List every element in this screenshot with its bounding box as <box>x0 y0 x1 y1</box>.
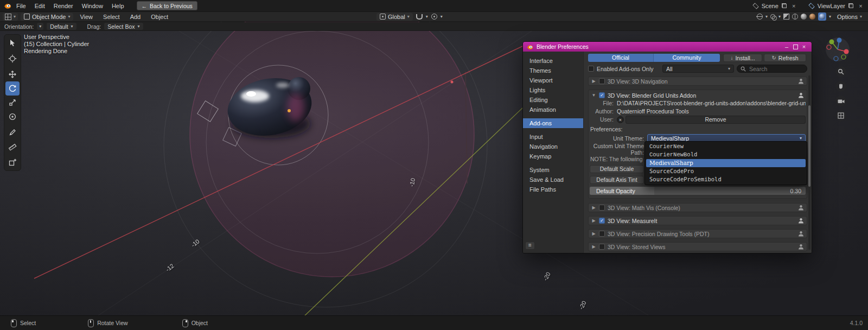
enabled-only-checkbox[interactable] <box>588 66 594 72</box>
unlink-scene-button[interactable]: × <box>790 2 798 10</box>
addon-enable-checkbox[interactable] <box>599 244 605 250</box>
falloff-dropdown[interactable]: ▾ <box>441 14 443 19</box>
toggle-xray-icon[interactable] <box>783 14 789 20</box>
mode-select[interactable]: Object Mode ▾ <box>21 13 73 21</box>
unlink-icon[interactable]: × <box>617 116 624 123</box>
addon-enable-checkbox[interactable]: ✓ <box>599 218 605 224</box>
shading-solid-icon[interactable] <box>801 14 807 20</box>
tool-rotate[interactable] <box>5 81 20 96</box>
viewlayer-selector[interactable]: ViewLayer × <box>808 2 865 10</box>
menu-view[interactable]: View <box>76 12 97 21</box>
default-opacity-slider[interactable]: Default Opacity 0.30 <box>590 187 806 195</box>
addon-enable-checkbox[interactable]: ✓ <box>599 92 605 98</box>
expand-arrow-icon[interactable]: ▶ <box>591 218 596 223</box>
sidebar-item-viewport[interactable]: Viewport <box>523 75 583 85</box>
show-gizmos-icon[interactable] <box>757 14 763 20</box>
addon-search-box[interactable] <box>737 65 807 73</box>
addon-row-measureit[interactable]: ▶ ✓ 3D View: MeasureIt <box>588 216 807 225</box>
search-input[interactable] <box>748 65 803 73</box>
viewlayer-name[interactable]: ViewLayer <box>818 3 845 9</box>
category-filter-select[interactable]: All ▾ <box>662 65 734 73</box>
back-to-previous-button[interactable]: ← Back to Previous <box>137 1 197 10</box>
tool-cursor[interactable] <box>5 52 20 66</box>
dropdown-option-couriernew[interactable]: CourierNew <box>646 143 806 151</box>
default-scale-button[interactable]: Default Scale <box>590 165 644 173</box>
show-overlays-icon[interactable] <box>770 14 776 20</box>
tool-move[interactable] <box>5 67 20 81</box>
view-axis-gizmo[interactable] <box>825 37 850 63</box>
sidebar-item-file-paths[interactable]: File Paths <box>523 185 583 194</box>
camera-view-icon[interactable] <box>835 96 846 106</box>
addon-enable-checkbox[interactable] <box>599 205 605 211</box>
addons-scrollbar[interactable] <box>808 75 810 250</box>
sidebar-item-themes[interactable]: Themes <box>523 66 583 75</box>
pan-hand-icon[interactable] <box>835 81 846 92</box>
dropdown-option-medievalsharp[interactable]: MedievalSharp <box>646 159 806 167</box>
options-menu[interactable]: Options ▾ <box>834 13 865 21</box>
default-axis-tint-button[interactable]: Default Axis Tint <box>590 176 644 184</box>
preferences-titlebar[interactable]: Blender Preferences – × <box>523 42 812 52</box>
menu-select[interactable]: Select <box>99 12 124 21</box>
addon-header[interactable]: ▼ ✓ 3D View: Blender Grid Units Addon <box>590 91 806 99</box>
menu-add[interactable]: Add <box>126 12 145 21</box>
tool-select-box[interactable] <box>5 36 20 50</box>
transform-orientation-select[interactable]: Global ▾ <box>376 13 413 21</box>
addon-row-3d-navigation[interactable]: ▶ 3D View: 3D Navigation <box>588 77 807 86</box>
tab-official[interactable]: Official <box>588 54 654 62</box>
sidebar-item-animation[interactable]: Animation <box>523 105 583 115</box>
tool-measure[interactable] <box>5 139 20 154</box>
sidebar-item-lights[interactable]: Lights <box>523 85 583 95</box>
remove-addon-button[interactable]: Remove <box>626 116 806 124</box>
tab-community[interactable]: Community <box>654 54 720 62</box>
shading-rendered-active[interactable] <box>818 12 826 21</box>
editor-type-button[interactable]: ▾ <box>3 13 18 21</box>
dropdown-option-sourcecodeprosemibold[interactable]: SourceCodeProSemibold <box>646 175 806 183</box>
addon-enable-checkbox[interactable] <box>599 78 605 84</box>
expand-arrow-icon[interactable]: ▶ <box>591 79 596 84</box>
editor-menu-button[interactable]: ≡ <box>525 242 535 250</box>
expand-arrow-icon[interactable]: ▶ <box>591 244 596 249</box>
addon-enable-checkbox[interactable] <box>599 231 605 237</box>
addon-row-pdt[interactable]: ▶ 3D View: Precision Drawing Tools (PDT) <box>588 229 807 238</box>
shading-dropdown[interactable]: ▾ <box>829 14 831 19</box>
orientation-select[interactable]: Default ▾ <box>47 23 76 30</box>
blender-logo-icon[interactable] <box>3 2 11 10</box>
tool-scale[interactable] <box>5 96 20 110</box>
addon-row-math-vis[interactable]: ▶ 3D View: Math Vis (Console) <box>588 203 807 212</box>
menu-edit[interactable]: Edit <box>31 2 49 10</box>
proportional-editing-icon[interactable] <box>431 14 437 20</box>
sidebar-item-editing[interactable]: Editing <box>523 95 583 105</box>
dropdown-option-couriernewbold[interactable]: CourierNewBold <box>646 151 806 159</box>
tool-annotate[interactable] <box>5 125 20 139</box>
scene-browse-icon[interactable] <box>752 2 760 10</box>
toggle-ortho-icon[interactable] <box>835 110 846 121</box>
minimize-button[interactable]: – <box>782 42 791 52</box>
expand-arrow-icon[interactable]: ▶ <box>591 231 596 236</box>
maximize-button[interactable] <box>791 42 800 52</box>
shading-wireframe-icon[interactable] <box>792 14 798 20</box>
new-scene-button[interactable] <box>780 2 788 10</box>
gizmos-dropdown[interactable]: ▾ <box>765 14 768 19</box>
addon-row-stored-views[interactable]: ▶ 3D View: Stored Views <box>588 242 807 251</box>
menu-render[interactable]: Render <box>50 2 77 10</box>
menu-file[interactable]: File <box>12 2 30 10</box>
sidebar-item-system[interactable]: System <box>523 165 583 175</box>
sidebar-item-navigation[interactable]: Navigation <box>523 142 583 151</box>
remove-viewlayer-button[interactable]: × <box>857 2 865 10</box>
menu-object[interactable]: Object <box>147 12 172 21</box>
sidebar-item-interface[interactable]: Interface <box>523 56 583 66</box>
sidebar-item-addons[interactable]: Add-ons <box>523 118 583 128</box>
menu-window[interactable]: Window <box>78 2 107 10</box>
collapse-arrow-icon[interactable]: ▼ <box>591 93 596 98</box>
overlays-dropdown[interactable]: ▾ <box>778 14 781 19</box>
sidebar-item-input[interactable]: Input <box>523 132 583 142</box>
scene-name[interactable]: Scene <box>762 3 778 9</box>
install-addon-button[interactable]: ↓ Install... <box>723 54 762 62</box>
tool-transform[interactable] <box>5 110 20 124</box>
menu-help[interactable]: Help <box>108 2 128 10</box>
snap-options-dropdown[interactable]: ▾ <box>426 14 428 19</box>
tool-add-primitive[interactable] <box>5 155 20 169</box>
refresh-addons-button[interactable]: ↻ Refresh <box>764 54 806 62</box>
close-button[interactable]: × <box>800 42 808 52</box>
expand-arrow-icon[interactable]: ▶ <box>591 205 596 210</box>
